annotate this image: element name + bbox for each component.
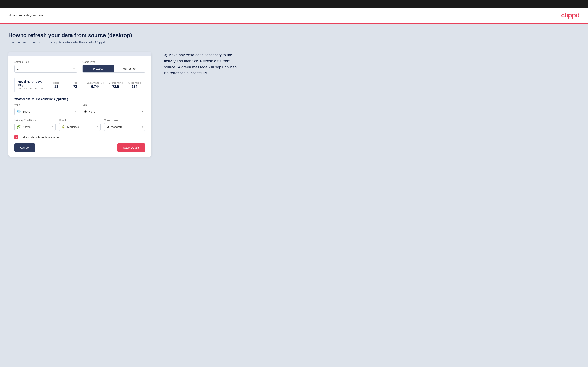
fairway-value: Normal <box>23 125 51 128</box>
check-icon: ✓ <box>15 136 18 139</box>
course-rating-value: 72.5 <box>112 85 119 89</box>
practice-button[interactable]: Practice <box>83 65 114 72</box>
fairway-icon: 🌿 <box>17 125 21 129</box>
rain-icon: ☀ <box>84 110 87 114</box>
wind-value: Strong <box>23 110 73 113</box>
refresh-checkbox[interactable]: ✓ <box>14 135 18 139</box>
rough-label: Rough <box>59 119 101 122</box>
course-rating-stat: Course rating 72.5 <box>108 82 123 89</box>
par-label: Par <box>73 82 77 84</box>
side-note-text: 3) Make any extra edits necessary to the… <box>164 52 240 76</box>
starting-hole-group: Starting Hole 1 ▾ <box>14 60 77 73</box>
green-speed-icon: ⚙ <box>106 125 109 129</box>
conditions-row: Fairway Conditions 🌿 Normal ▾ Rough 🌾 Mo… <box>14 119 146 131</box>
rough-group: Rough 🌾 Moderate ▾ <box>59 119 101 131</box>
button-row: Cancel Save Details <box>14 143 146 152</box>
rain-chevron-icon: ▾ <box>142 110 143 113</box>
wind-dropdown[interactable]: 💨 Strong ▾ <box>14 108 78 116</box>
fairway-label: Fairway Conditions <box>14 119 56 122</box>
side-note: 3) Make any extra edits necessary to the… <box>164 52 240 76</box>
course-location: Westward Hol, England <box>18 87 45 90</box>
cancel-button[interactable]: Cancel <box>14 143 35 152</box>
game-type-group: Game Type Practice Tournament <box>82 60 146 73</box>
green-speed-chevron-icon: ▾ <box>142 125 143 128</box>
fairway-chevron-icon: ▾ <box>52 125 53 128</box>
green-speed-value: Moderate <box>111 125 140 128</box>
yards-stat: Yards/White (M)) 6,744 <box>87 82 104 89</box>
wind-icon: 💨 <box>17 110 21 114</box>
logo: clippd <box>561 11 579 19</box>
holes-value: 18 <box>54 85 58 89</box>
course-name: Royal North Devon GC, <box>18 80 45 87</box>
holes-label: Holes <box>53 82 59 84</box>
page-subheading: Ensure the correct and most up to date d… <box>9 40 579 44</box>
header-title: How to refresh your data <box>9 13 43 17</box>
save-button[interactable]: Save Details <box>117 143 146 152</box>
tournament-button[interactable]: Tournament <box>114 65 145 72</box>
wind-rain-row: Wind 💨 Strong ▾ Rain ☀ None ▾ <box>14 103 146 116</box>
slope-rating-stat: Slope rating 134 <box>127 82 142 89</box>
form-row-top: Starting Hole 1 ▾ Game Type Practice Tou… <box>14 60 146 73</box>
wind-label: Wind <box>14 103 78 107</box>
course-rating-label: Course rating <box>109 82 122 84</box>
main-content: How to refresh your data from source (de… <box>0 24 588 367</box>
rough-dropdown[interactable]: 🌾 Moderate ▾ <box>59 123 101 131</box>
refresh-label: Refresh shots from data source <box>21 136 59 139</box>
yards-value: 6,744 <box>91 85 100 89</box>
fairway-group: Fairway Conditions 🌿 Normal ▾ <box>14 119 56 131</box>
course-name-col: Royal North Devon GC, Westward Hol, Engl… <box>18 80 45 90</box>
course-info-box: Royal North Devon GC, Westward Hol, Engl… <box>14 77 146 93</box>
form-card: Starting Hole 1 ▾ Game Type Practice Tou… <box>9 52 151 157</box>
green-speed-group: Green Speed ⚙ Moderate ▾ <box>104 119 146 131</box>
rain-label: Rain <box>82 103 146 107</box>
rain-value: None <box>88 110 140 113</box>
par-value: 72 <box>73 85 77 89</box>
holes-stat: Holes 18 <box>49 82 64 89</box>
fairway-dropdown[interactable]: 🌿 Normal ▾ <box>14 123 56 131</box>
game-type-buttons: Practice Tournament <box>82 65 146 73</box>
green-speed-label: Green Speed <box>104 119 146 122</box>
rain-group: Rain ☀ None ▾ <box>82 103 146 116</box>
content-row: Starting Hole 1 ▾ Game Type Practice Tou… <box>9 52 579 157</box>
page-heading: How to refresh your data from source (de… <box>9 32 579 39</box>
game-type-label: Game Type <box>82 60 146 63</box>
card-top-strip <box>9 52 151 56</box>
slope-rating-label: Slope rating <box>129 82 141 84</box>
wind-group: Wind 💨 Strong ▾ <box>14 103 78 116</box>
refresh-checkbox-row: ✓ Refresh shots from data source <box>14 135 146 139</box>
starting-hole-select[interactable]: 1 <box>15 65 77 72</box>
wind-chevron-icon: ▾ <box>75 110 76 113</box>
rain-dropdown[interactable]: ☀ None ▾ <box>82 108 146 116</box>
weather-section-title: Weather and course conditions (optional) <box>14 97 146 100</box>
slope-rating-value: 134 <box>132 85 138 89</box>
rough-value: Moderate <box>67 125 95 128</box>
yards-label: Yards/White (M)) <box>87 82 104 84</box>
par-stat: Par 72 <box>68 82 83 89</box>
rough-icon: 🌾 <box>61 125 66 129</box>
starting-hole-label: Starting Hole <box>14 60 77 63</box>
green-speed-dropdown[interactable]: ⚙ Moderate ▾ <box>104 123 146 131</box>
rough-chevron-icon: ▾ <box>97 125 98 128</box>
starting-hole-select-wrapper[interactable]: 1 ▾ <box>14 65 77 73</box>
header: How to refresh your data clippd <box>0 8 588 24</box>
